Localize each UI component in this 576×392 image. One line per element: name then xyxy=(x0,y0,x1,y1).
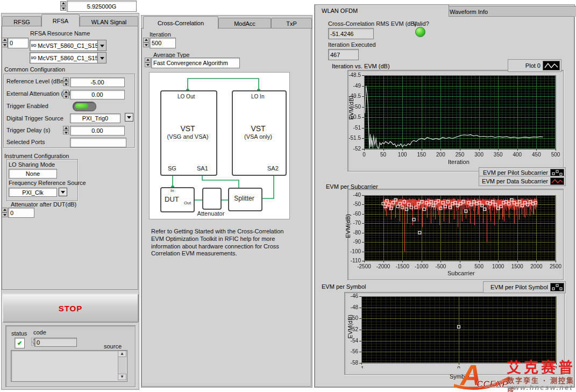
tab-txp[interactable]: TxP xyxy=(271,18,312,29)
tab-rfsa[interactable]: RFSA xyxy=(41,14,80,27)
evm-per-symbol-graph xyxy=(345,293,564,368)
iteration-executed-label: Iteration Executed xyxy=(328,41,376,48)
error-source-indicator xyxy=(11,350,127,382)
trigger-delay-stepper[interactable] xyxy=(63,126,69,134)
scroll-up-icon[interactable]: ▲ xyxy=(118,351,126,357)
frequency-reference-source-ring[interactable]: PXI_Clk xyxy=(9,188,57,197)
help-note: Refer to Getting Started with the Cross-… xyxy=(151,228,294,258)
stop-button[interactable]: STOP xyxy=(2,294,139,323)
vst1-title: VST xyxy=(160,124,215,133)
center-frequency-input[interactable]: 5.925000G xyxy=(67,1,137,12)
splitter-label: Splitter xyxy=(228,195,260,202)
iteration-vs-evm-graph xyxy=(346,71,565,171)
tab-cross-correlation[interactable]: Cross-Correlation xyxy=(143,16,218,29)
graph3-legend[interactable]: EVM per Pilot Symbol xyxy=(483,281,566,293)
tab-waveform-info[interactable]: Waveform Info xyxy=(443,6,576,17)
trigger-delay-input[interactable]: 0.00 xyxy=(70,126,125,136)
selected-ports-input[interactable] xyxy=(70,138,126,147)
valid-label: Valid? xyxy=(413,20,429,27)
rfsa-resource-combo-0[interactable]: I/O McVST_5860_C1_S15/0 xyxy=(30,40,106,51)
scroll-down-icon[interactable]: ▼ xyxy=(118,374,126,380)
io-icon: I/O xyxy=(30,56,37,60)
attenuator-after-dut-stepper[interactable] xyxy=(2,208,8,217)
tab-wlan-ofdm[interactable]: WLAN OFDM xyxy=(315,4,449,17)
error-code-label: code xyxy=(33,329,46,336)
sg-port-label: SG xyxy=(168,165,176,172)
rfsa-resource-value-0: McVST_5860_C1_S15/0 xyxy=(37,42,97,49)
graph2-title: EVM per Subcarrier xyxy=(326,183,378,190)
graph2-y-axis-label: EVM(dB) xyxy=(345,214,351,238)
valid-led xyxy=(415,27,425,37)
reference-level-input[interactable]: -5.00 xyxy=(70,77,125,87)
line-plot-icon xyxy=(543,61,560,70)
graph1-y-axis-label: EVM(dB) xyxy=(348,96,354,120)
common-configuration-title: Common Configuration xyxy=(4,66,65,73)
graph1-legend[interactable]: Plot 0 xyxy=(508,59,561,72)
graph2-pilot-legend-label: EVM per Pilot Subcarrier xyxy=(483,169,548,176)
toggle-knob xyxy=(75,103,88,109)
chevron-down-icon[interactable] xyxy=(97,53,106,63)
iteration-stepper[interactable] xyxy=(143,38,149,47)
io-icon: I/O xyxy=(30,44,37,47)
average-type-stepper[interactable] xyxy=(145,58,151,67)
lo-sharing-mode-ring[interactable]: None xyxy=(9,169,57,179)
selected-ports-label: Selected Ports xyxy=(6,139,45,145)
error-source-scrollbar[interactable]: ▲ ▼ xyxy=(118,351,126,380)
rms-evm-label: Cross-Correlation RMS EVM (dB) xyxy=(328,20,416,27)
graph3-y-axis-label: EVM(dB) xyxy=(347,315,353,339)
error-source-label: source xyxy=(104,343,122,350)
rfsa-resource-value-1: McVST_5860_C1_S15/1 xyxy=(37,55,97,61)
vst1-subtitle: (VSG and VSA) xyxy=(160,133,215,140)
chevron-down-icon[interactable] xyxy=(97,40,106,51)
average-type-ring[interactable]: Fast Convergence Algorithm xyxy=(151,58,240,68)
graph3-x-axis-label: Symbol xyxy=(450,373,470,380)
trigger-enabled-toggle[interactable] xyxy=(73,102,96,111)
graph2-data-legend[interactable]: EVM per Data Subcarrier xyxy=(479,176,566,186)
channel-index-input[interactable]: 0 xyxy=(8,38,29,48)
dut-label: DUT xyxy=(165,195,179,203)
rfsa-resource-name-title: RFSA Resource Name xyxy=(30,30,90,37)
line-plot-icon xyxy=(550,177,564,185)
external-attenuation-stepper[interactable] xyxy=(63,90,69,98)
external-attenuation-label: External Attenuation (dB) xyxy=(6,90,72,97)
rfsa-resource-combo-1[interactable]: I/O McVST_5860_C1_S15/1 xyxy=(30,52,106,63)
digital-trigger-source-dropdown-button[interactable] xyxy=(125,113,133,122)
trigger-delay-label: Trigger Delay (s) xyxy=(6,127,51,133)
attenuator-label: Attenuator xyxy=(195,210,227,217)
graph2-x-axis-label: Subcarrier xyxy=(447,270,475,276)
sa1-port-label: SA1 xyxy=(197,165,208,172)
evm-per-subcarrier-graph xyxy=(346,190,565,279)
attenuator-box xyxy=(202,188,222,210)
graph2-data-legend-label: EVM per Data Subcarrier xyxy=(482,178,548,184)
tab-wlan-signal[interactable]: WLAN Signal xyxy=(80,16,138,27)
frequency-stepper[interactable] xyxy=(60,1,66,11)
error-status-indicator: ✔ xyxy=(15,338,25,348)
lo-out-label: LO Out xyxy=(177,94,195,99)
error-code-indicator: 0 xyxy=(34,338,77,347)
iteration-input[interactable]: 500 xyxy=(150,38,176,48)
error-status-label: status xyxy=(11,330,27,337)
digital-trigger-source-ring[interactable]: PXI_Trig0 xyxy=(70,113,120,123)
tab-rfsg[interactable]: RFSG xyxy=(2,16,41,27)
tab-modacc[interactable]: ModAcc xyxy=(218,18,271,29)
frequency-reference-source-dropdown-button[interactable] xyxy=(59,188,67,196)
reference-level-stepper[interactable] xyxy=(63,77,69,86)
reference-level-label: Reference Level (dBm) xyxy=(6,78,67,84)
attenuator-after-dut-label: Attenuator after DUT(dB) xyxy=(11,201,76,208)
digital-trigger-source-label: Digital Trigger Source xyxy=(6,115,63,122)
instrument-configuration-title: Instrument Configuration xyxy=(4,153,69,159)
rms-evm-indicator: -51.4246 xyxy=(328,28,374,39)
lo-in-label: LO In xyxy=(251,94,264,99)
external-attenuation-input[interactable]: 0.00 xyxy=(70,90,125,99)
graph1-legend-label: Plot 0 xyxy=(525,62,541,69)
channel-index-stepper[interactable] xyxy=(2,38,8,47)
scatter-plot-icon xyxy=(550,169,564,176)
frequency-reference-source-label: Frequency Reference Source xyxy=(9,180,86,186)
graph3-legend-label: EVM per Pilot Symbol xyxy=(490,284,548,290)
lo-sharing-mode-label: LO Sharing Mode xyxy=(9,161,55,168)
scatter-plot-icon xyxy=(550,283,564,291)
iteration-executed-indicator: 467 xyxy=(328,49,359,60)
dut-in-label: In xyxy=(170,188,174,193)
attenuator-after-dut-input[interactable]: 0 xyxy=(8,208,34,218)
dut-out-label: Out xyxy=(184,201,191,205)
